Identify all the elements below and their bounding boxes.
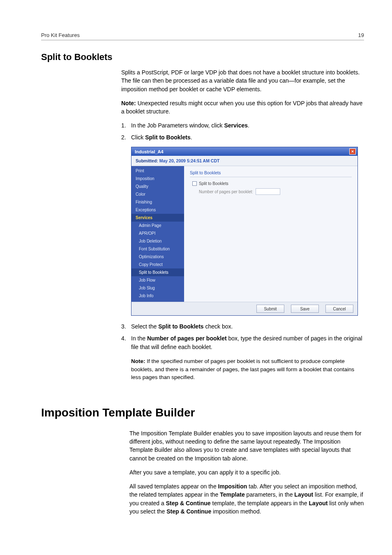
field-label: Number of pages per booklet:	[199, 190, 253, 194]
step-number: 4.	[121, 334, 131, 352]
sidebar-sub-jobflow[interactable]: Job Flow	[131, 276, 184, 284]
checkbox-label: Split to Booklets	[199, 181, 228, 186]
sidebar-item-quality[interactable]: Quality	[131, 183, 184, 190]
split-note: Note: Unexpected results might occur whe…	[121, 99, 364, 116]
step-number: 1.	[121, 121, 131, 130]
page-header: Pro Kit Features 19	[41, 32, 364, 40]
step-2: 2. Click Split to Booklets.	[121, 133, 364, 142]
submit-button[interactable]: Submit	[256, 305, 284, 313]
sidebar-sub-copyprot[interactable]: Copy Protect	[131, 261, 184, 268]
sidebar-sub-split[interactable]: Split to Booklets	[131, 268, 184, 276]
imposition-p2: After you save a template, you can apply…	[129, 468, 364, 476]
note-text: Unexpected results might occur when you …	[121, 100, 362, 115]
imposition-p3: All saved templates appear on the Imposi…	[129, 482, 364, 516]
submitted-value: May 20, 2009 5:24:51 AM CDT	[158, 158, 220, 163]
dialog-title: Industrial_A4	[135, 149, 164, 154]
header-page-number: 19	[358, 32, 364, 38]
step-1: 1. In the Job Parameters window, click S…	[121, 121, 364, 130]
panel-divider	[190, 177, 352, 177]
dialog-sidebar: Print Imposition Quality Color Finishing…	[131, 166, 184, 302]
sidebar-sub-jobslug[interactable]: Job Slug	[131, 284, 184, 292]
sidebar-sub-optim[interactable]: Optimizations	[131, 253, 184, 261]
sidebar-sub-fontsub[interactable]: Font Substitution	[131, 245, 184, 253]
dialog-main-panel: Split to Booklets Split to Booklets Numb…	[184, 166, 357, 302]
pages-per-booklet-row: Number of pages per booklet:	[199, 188, 352, 195]
sidebar-sub-apr[interactable]: APR/OPI	[131, 229, 184, 237]
step-4: 4. In the Number of pages per booklet bo…	[121, 334, 364, 352]
step-number: 3.	[121, 322, 131, 331]
dialog-footer: Submit Save Cancel	[131, 302, 357, 315]
step-3: 3. Select the Split to Booklets check bo…	[121, 322, 364, 331]
cancel-button[interactable]: Cancel	[325, 305, 353, 313]
sidebar-item-services[interactable]: Services	[131, 214, 184, 222]
sidebar-sub-jobdel[interactable]: Job Deletion	[131, 237, 184, 245]
sidebar-item-finishing[interactable]: Finishing	[131, 198, 184, 206]
note-text: If the specified number of pages per boo…	[131, 358, 354, 380]
job-parameters-dialog: Industrial_A4 × Submitted: May 20, 2009 …	[131, 147, 358, 316]
imposition-p1: The Imposition Template Builder enables …	[129, 429, 364, 462]
save-button[interactable]: Save	[291, 305, 319, 313]
dialog-titlebar: Industrial_A4 ×	[131, 147, 357, 156]
sidebar-item-print[interactable]: Print	[131, 167, 184, 175]
sidebar-item-color[interactable]: Color	[131, 190, 184, 198]
dialog-subbar: Submitted: May 20, 2009 5:24:51 AM CDT	[131, 156, 357, 166]
pages-per-booklet-input[interactable]	[256, 188, 280, 195]
steps-list-cont: 3. Select the Split to Booklets check bo…	[121, 322, 364, 352]
split-intro: Splits a PostScript, PDF or large VDP jo…	[121, 68, 364, 93]
split-checkbox-row[interactable]: Split to Booklets	[192, 181, 352, 186]
sidebar-item-exceptions[interactable]: Exceptions	[131, 206, 184, 214]
note-label: Note:	[131, 358, 145, 364]
note-label: Note:	[121, 100, 136, 106]
header-left: Pro Kit Features	[41, 32, 80, 38]
sidebar-sub-jobinfo[interactable]: Job Info	[131, 292, 184, 300]
steps-list: 1. In the Job Parameters window, click S…	[121, 121, 364, 142]
step-number: 2.	[121, 133, 131, 142]
checkbox-icon[interactable]	[192, 181, 197, 186]
step4-note: Note: If the specified number of pages p…	[131, 357, 364, 382]
sidebar-sub-admin[interactable]: Admin Page	[131, 222, 184, 229]
sidebar-item-imposition[interactable]: Imposition	[131, 175, 184, 183]
submitted-label: Submitted:	[136, 158, 158, 163]
dialog-screenshot: Industrial_A4 × Submitted: May 20, 2009 …	[131, 147, 364, 316]
close-icon[interactable]: ×	[349, 148, 356, 155]
section-title-split: Split to Booklets	[41, 52, 364, 62]
panel-title: Split to Booklets	[190, 170, 352, 175]
section-title-imposition: Imposition Template Builder	[41, 406, 364, 419]
